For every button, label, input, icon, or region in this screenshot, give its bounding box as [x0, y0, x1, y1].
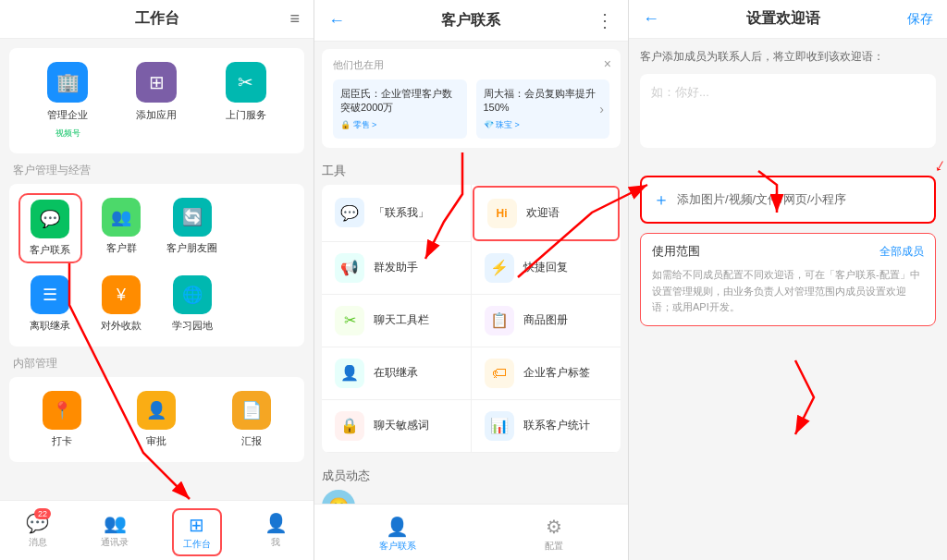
moments-icon: 🔄	[173, 198, 212, 237]
checkin-icon: 📍	[43, 391, 81, 430]
tool-group-send-icon: 📢	[335, 253, 364, 283]
footer-messages[interactable]: 22 💬 消息	[17, 508, 58, 556]
panel-customer-contact: ← 客户联系 ⋮ 他们也在用 × 屈臣氏：企业管理客户数突破2000万 🔒 零售…	[314, 0, 629, 560]
add-icon: ＋	[653, 189, 670, 211]
panel3-content: 客户添加成员为联系人后，将立即收到该欢迎语： 如：你好... ↓ ＋ 添加图片/…	[629, 39, 947, 560]
grid-item-checkin[interactable]: 📍 打卡	[18, 386, 105, 453]
welcome-desc: 客户添加成员为联系人后，将立即收到该欢迎语：	[640, 48, 936, 65]
tool-product-catalog-label: 商品图册	[523, 312, 568, 328]
tool-inherit-icon: 👤	[335, 359, 364, 388]
tool-contact-stats[interactable]: 📊 联系客户统计	[472, 400, 621, 453]
action-add-app[interactable]: ⊞ 添加应用	[136, 62, 177, 140]
section1-row2: ☰ 离职继承 ¥ 对外收款 🌐 学习园地	[18, 271, 295, 337]
scope-title: 使用范围	[652, 243, 700, 260]
tool-sensitive-words[interactable]: 🔒 聊天敏感词	[322, 400, 472, 453]
footer-workbench[interactable]: ⊞ 工作台	[172, 508, 222, 556]
panel2-more-icon[interactable]: ⋮	[596, 9, 614, 31]
grid-item-customer-contact[interactable]: 💬 客户联系	[18, 193, 82, 263]
member-avatar: 😊	[322, 490, 355, 504]
tool-chat-toolbar-icon: ✂	[335, 306, 364, 335]
grid-item-resign[interactable]: ☰ 离职继承	[18, 271, 82, 337]
tool-chat-toolbar-label: 聊天工具栏	[374, 312, 429, 328]
grid-item-approval[interactable]: 👤 审批	[113, 386, 200, 453]
add-app-label: 添加应用	[136, 108, 177, 122]
panel2-title: 客户联系	[354, 11, 586, 30]
panel2-footer-contact[interactable]: 👤 客户联系	[370, 512, 425, 556]
promo-item-0[interactable]: 屈臣氏：企业管理客户数突破2000万 🔒 零售 >	[333, 79, 467, 139]
panel2-footer-config[interactable]: ⚙ 配置	[535, 512, 572, 556]
promo-close-btn[interactable]: ×	[604, 56, 611, 71]
tool-chat-toolbar[interactable]: ✂ 聊天工具栏	[322, 295, 472, 347]
footer-me[interactable]: 👤 我	[255, 508, 297, 556]
scope-header: 使用范围 全部成员	[652, 243, 924, 260]
workbench-icon: ⊞	[189, 514, 204, 536]
panel3-back-btn[interactable]: ←	[643, 9, 659, 29]
grid-item-report[interactable]: 📄 汇报	[208, 386, 295, 453]
add-media-label: 添加图片/视频/文件/网页/小程序	[677, 191, 846, 208]
learning-icon: 🌐	[173, 275, 212, 314]
approval-label: 审批	[146, 434, 166, 448]
tool-contact-me-label: 「联系我」	[374, 205, 429, 221]
tool-welcome[interactable]: Hi 欢迎语	[473, 186, 621, 241]
report-icon: 📄	[232, 391, 271, 430]
welcome-input-area[interactable]: 如：你好... ↓	[640, 74, 936, 148]
learning-label: 学习园地	[172, 319, 213, 333]
customer-group-label: 客户群	[106, 241, 137, 255]
promo-items: 屈臣氏：企业管理客户数突破2000万 🔒 零售 > 周大福：会员复购率提升150…	[333, 79, 609, 139]
tool-quick-reply[interactable]: ⚡ 快捷回复	[472, 242, 621, 295]
tool-contact-me[interactable]: 💬 「联系我」	[322, 185, 472, 242]
promo-item-1[interactable]: 周大福：会员复购率提升150% 💎 珠宝 > ›	[476, 79, 610, 139]
tool-contact-me-icon: 💬	[335, 198, 364, 227]
section1-grid: 💬 客户联系 👥 客户群 🔄 客户朋友圈 ☰ 离职继承	[9, 184, 304, 347]
tool-group-send[interactable]: 📢 群发助手	[322, 242, 472, 295]
resign-label: 离职继承	[30, 319, 70, 333]
tool-product-catalog-icon: 📋	[485, 306, 514, 335]
add-media-button[interactable]: ＋ 添加图片/视频/文件/网页/小程序	[640, 176, 936, 224]
promo-title: 他们也在用	[333, 58, 609, 72]
tool-inherit[interactable]: 👤 在职继承	[322, 347, 472, 400]
welcome-placeholder: 如：你好...	[651, 85, 709, 99]
grid-item-customer-group[interactable]: 👥 客户群	[90, 193, 154, 263]
section2-row1: 📍 打卡 👤 审批 📄 汇报	[18, 386, 295, 453]
tool-welcome-label: 欢迎语	[526, 205, 560, 221]
panel1-title: 工作台	[135, 9, 179, 29]
members-section: 成员动态 😊	[322, 460, 621, 504]
footer-contacts[interactable]: 👥 通讯录	[92, 508, 138, 556]
resign-icon: ☰	[31, 275, 69, 314]
section2-title: 内部管理	[13, 356, 301, 371]
tool-quick-reply-label: 快捷回复	[523, 260, 568, 275]
promo-item-0-tag: 🔒 零售 >	[340, 119, 460, 131]
contacts-icon: 👥	[104, 512, 127, 534]
panel2-footer-config-label: 配置	[545, 540, 563, 553]
tool-sensitive-words-label: 聊天敏感词	[374, 418, 429, 433]
quick-actions: 🏢 管理企业 视频号 ⊞ 添加应用 ✂ 上门服务	[9, 48, 304, 153]
tools-title: 工具	[322, 155, 621, 185]
tools-section: 工具 💬 「联系我」 Hi 欢迎语 📢 群发助手 ⚡	[322, 155, 621, 453]
tool-customer-tag[interactable]: 🏷 企业客户标签	[472, 347, 621, 400]
panel1-footer: 22 💬 消息 👥 通讯录 ⊞ 工作台 👤 我	[0, 500, 314, 560]
action-manage-enterprise[interactable]: 🏢 管理企业 视频号	[47, 62, 88, 140]
grid-item-learning[interactable]: 🌐 学习园地	[161, 271, 225, 337]
panel2-back-btn[interactable]: ←	[328, 11, 345, 30]
panel3-header: ← 设置欢迎语 保存	[629, 0, 947, 39]
section1-title: 客户管理与经营	[13, 163, 301, 178]
grid-item-payment[interactable]: ¥ 对外收款	[90, 271, 154, 337]
grid-item-moments[interactable]: 🔄 客户朋友圈	[161, 193, 225, 263]
tool-welcome-icon: Hi	[487, 199, 517, 228]
tool-customer-tag-icon: 🏷	[485, 359, 514, 388]
panel2-footer-config-icon: ⚙	[546, 516, 562, 538]
action-home-service[interactable]: ✂ 上门服务	[226, 62, 266, 140]
promo-item-0-text: 屈臣氏：企业管理客户数突破2000万	[340, 87, 460, 116]
customer-contact-icon: 💬	[31, 200, 69, 238]
panel-workbench: 工作台 ≡ 🏢 管理企业 视频号 ⊞ 添加应用 ✂ 上门服务	[0, 0, 314, 560]
customer-contact-label: 客户联系	[30, 243, 70, 257]
messages-label: 消息	[29, 536, 47, 549]
contacts-label: 通讯录	[101, 536, 129, 549]
app-container: 工作台 ≡ 🏢 管理企业 视频号 ⊞ 添加应用 ✂ 上门服务	[0, 0, 947, 560]
tool-group-send-label: 群发助手	[374, 260, 418, 275]
menu-icon[interactable]: ≡	[289, 9, 300, 29]
workbench-label: 工作台	[183, 538, 211, 551]
promo-banner: 他们也在用 × 屈臣氏：企业管理客户数突破2000万 🔒 零售 > 周大福：会员…	[322, 49, 621, 148]
tool-product-catalog[interactable]: 📋 商品图册	[472, 295, 621, 347]
save-button[interactable]: 保存	[907, 11, 933, 28]
